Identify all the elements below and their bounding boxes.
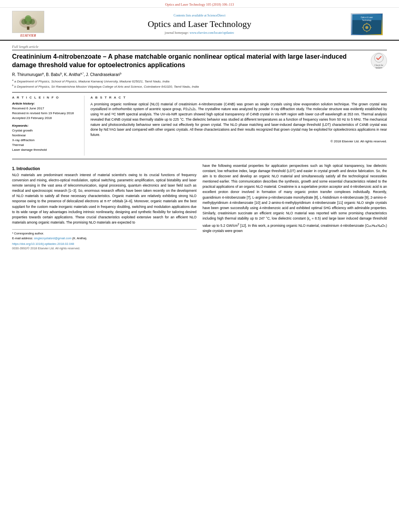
sciencedirect-text: ScienceDirect (208, 14, 226, 17)
abstract-label: A B S T R A C T (90, 96, 387, 99)
checkmark-icon (374, 53, 384, 63)
abstract-column: A B S T R A C T A promising organic nonl… (90, 96, 387, 156)
email-note: E-mail address: singlecrystalsrd@gmail.c… (12, 236, 197, 240)
journal-homepage: journal homepage: www.elsevier.com/locat… (48, 31, 351, 35)
elsevier-logo-area: ELSEVIER (8, 11, 48, 37)
footnote-section: * Corresponding author. E-mail address: … (12, 229, 197, 250)
history-label: Article history: (12, 102, 80, 105)
svg-point-5 (25, 15, 31, 22)
keyword-4: Thermal (12, 143, 80, 148)
journal-header: ELSEVIER Contents lists available at Sci… (0, 8, 399, 41)
article-history: Article history: Received 6 June 2017 Re… (12, 102, 80, 121)
keywords-block: Keywords: Crystal growth Nonlinear X-ray… (12, 124, 80, 152)
svg-point-15 (365, 26, 368, 29)
journal-title: Optics and Laser Technology (48, 19, 351, 29)
abstract-text: A promising organic nonlinear optical (N… (90, 102, 387, 138)
issn-line: 0030-3992/© 2018 Elsevier Ltd. All right… (12, 246, 197, 250)
affil-b-text: b Department of Physics, Sri Ramakrishna… (14, 84, 199, 88)
affil-b-sup: b (60, 72, 62, 75)
copyright-text: © 2018 Elsevier Ltd. All rights reserved… (90, 140, 387, 143)
intro-right-text: have the following essential properties … (203, 163, 387, 234)
keyword-2: Nonlinear (12, 133, 80, 138)
received-date: Received 6 June 2017 (12, 106, 80, 111)
homepage-label: journal homepage: (165, 31, 189, 35)
page: Optics and Laser Technology 105 (2018) 1… (0, 0, 399, 532)
check-label: Check for updates (371, 64, 387, 69)
article-title: Creatininium 4-nitrobenzoate – A phase m… (12, 53, 367, 70)
keyword-3: X-ray diffraction (12, 138, 80, 143)
sciencedirect-link: Contents lists available at ScienceDirec… (48, 14, 351, 17)
affil-a-text: a Department of Physics, School of Physi… (14, 80, 170, 83)
email-label: E-mail address: (12, 236, 33, 240)
revised-date: Received in revised form 19 February 201… (12, 111, 80, 116)
keyword-1: Crystal growth (12, 128, 80, 133)
email-name: (K. Anitha). (72, 236, 87, 240)
affil-a2-sup: a,* (80, 72, 84, 75)
accepted-date: Accepted 23 February 2018 (12, 116, 80, 121)
affiliations: a a Department of Physics, School of Phy… (12, 78, 387, 89)
corresponding-author-note: * Corresponding author. (12, 231, 197, 236)
svg-text:Optics & Laser: Optics & Laser (361, 16, 373, 18)
elsevier-logo: ELSEVIER (8, 11, 48, 37)
doi-link[interactable]: https://doi.org/10.1016/j.optlastec.2018… (12, 242, 197, 246)
affiliation-a: a a Department of Physics, School of Phy… (12, 78, 387, 84)
elsevier-text: ELSEVIER (20, 34, 36, 37)
homepage-url: www.elsevier.com/locate/optlastec (189, 31, 234, 35)
body-section: 1. Introduction NLO materials are predom… (12, 163, 387, 250)
svg-rect-1 (27, 27, 29, 30)
authors: R. Thirumurugana, B. Babub, K. Anithaa,*… (12, 72, 387, 77)
keywords-label: Keywords: (12, 124, 80, 127)
title-row: Creatininium 4-nitrobenzoate – A phase m… (12, 53, 387, 70)
article-type: Full length article (12, 45, 387, 50)
svg-text:Technology: Technology (362, 19, 372, 21)
elsevier-tree-icon (16, 15, 40, 31)
journal-thumbnail: Optics & Laser Technology (351, 13, 383, 35)
intro-left-text: NLO materials are predominant research i… (12, 173, 197, 226)
affil-a-sup: a (42, 72, 44, 75)
article-info-label: A R T I C L E I N F O (12, 96, 80, 99)
info-abstract-section: A R T I C L E I N F O Article history: R… (12, 92, 387, 159)
journal-citation: Optics and Laser Technology 105 (2018) 1… (0, 0, 399, 8)
article-content: Full length article Creatininium 4-nitro… (0, 41, 399, 254)
affiliation-b: b b Department of Physics, Sri Ramakrish… (12, 84, 387, 89)
citation-text: Optics and Laser Technology 105 (2018) 1… (165, 2, 234, 6)
contents-text: Contents lists available at (174, 14, 207, 17)
journal-header-center: Contents lists available at ScienceDirec… (48, 14, 351, 35)
affil-b2-sup: b (120, 72, 121, 75)
email-address: singlecrystalsrd@gmail.com (34, 236, 71, 240)
article-info-column: A R T I C L E I N F O Article history: R… (12, 96, 84, 156)
body-right-column: have the following essential properties … (203, 163, 387, 250)
intro-heading: 1. Introduction (12, 166, 197, 171)
journal-cover-icon: Optics & Laser Technology (352, 14, 381, 35)
journal-header-right: Optics & Laser Technology (351, 13, 391, 35)
check-for-updates-badge: Check for updates (371, 53, 387, 69)
elsevier-logo-box (12, 11, 44, 33)
keyword-5: Laser damage threshold (12, 148, 80, 152)
svg-point-16 (374, 53, 383, 62)
body-left-column: 1. Introduction NLO materials are predom… (12, 163, 197, 250)
